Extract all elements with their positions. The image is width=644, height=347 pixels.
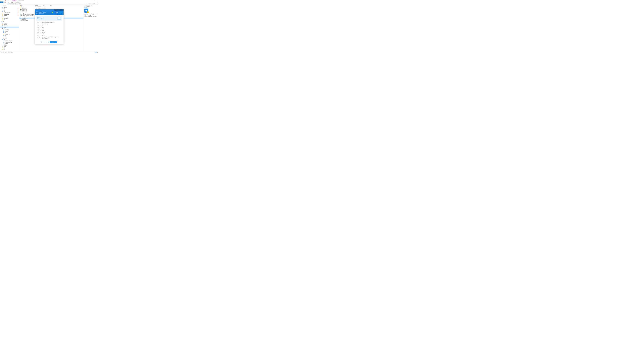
col-date[interactable]: 修改日期 [34, 5, 42, 6]
tree-item[interactable]: 🎞视频 [0, 32, 19, 33]
ribbon-tabs: 文件 主页 共享 查看 应用程序工具 ⌄ ? [0, 1, 98, 3]
crumb[interactable]: 此电脑 [9, 3, 12, 4]
tree-item[interactable]: 🖼图片📌 [0, 11, 19, 12]
tree-item[interactable]: 📁文件 [0, 49, 19, 50]
tree-item[interactable]: ⚙控制面板 [0, 44, 19, 46]
tree-item[interactable]: 📁win7重装win7 [0, 17, 19, 19]
file-name: AUTORUN.INF [22, 11, 27, 12]
tree-item[interactable]: ☁OneDrive [0, 22, 19, 24]
tree-icon: 📁 [2, 47, 3, 48]
folder-icon[interactable]: ▣ [0, 0, 1, 1]
search-input[interactable]: 搜索"Win7x64_2020" 🔍 [87, 3, 98, 5]
tree-item[interactable]: 📁Bandicam📌 [0, 15, 19, 16]
installer-minimize-icon[interactable]: — [60, 9, 62, 11]
search-icon[interactable]: 🔍 [97, 3, 98, 4]
maximize-button[interactable]: ❐ [92, 0, 96, 1]
close-button[interactable]: ✕ [96, 0, 98, 1]
tree-item[interactable]: ⬇下载📌 [0, 8, 19, 9]
minimize-button[interactable]: ― [90, 0, 92, 1]
tree-icon: 🖼 [2, 11, 3, 12]
crumb[interactable]: Win7x64_2020 [16, 3, 21, 4]
view-details-icon[interactable]: ☰ [95, 52, 96, 53]
preview-type: 应用程序 [84, 7, 98, 8]
status-count: 12 个项目 [1, 52, 4, 53]
tree-item[interactable]: 🗑回收站 [0, 46, 19, 47]
installer-menu-icon[interactable]: ≡ [58, 9, 60, 11]
info-key: 系统语言 [38, 24, 42, 25]
info-val: 不支持 [42, 35, 44, 36]
tree-item[interactable]: 🖼保存的图片 [0, 29, 19, 31]
dropdown-icon[interactable]: ▾ [8, 0, 9, 1]
tree-icon: ⬇ [2, 8, 3, 9]
tree-item[interactable]: ★快速访问 [0, 5, 19, 7]
installer-contact[interactable]: 联系客服 [54, 9, 58, 11]
tree-item[interactable]: 🖼本机照片 [0, 31, 19, 32]
col-type[interactable]: 类型 [42, 5, 50, 6]
col-name[interactable]: 名称 [19, 5, 34, 6]
info-key: 分区形式 [38, 28, 42, 30]
nav-history-icon[interactable]: ▾ [4, 3, 5, 5]
nav-up-icon[interactable]: ↑ [6, 3, 7, 5]
tree-item[interactable]: 🌐网络 [0, 39, 19, 40]
nav-back-icon[interactable]: ← [0, 3, 2, 5]
file-row[interactable]: 📁Tools2020/12/25, 星期五 1...文件夹 [19, 6, 84, 7]
file-name: AUTORUN.ICO [22, 10, 27, 11]
installer-close-icon[interactable]: ✕ [62, 9, 64, 11]
tree-item[interactable]: 📄文档📌 [0, 9, 19, 11]
tree-item[interactable]: 📁WPS网盘 [0, 24, 19, 25]
file-row[interactable]: 📁U盘安装教程2020/12/25, 星期五 1...文件夹 [19, 7, 84, 9]
installer-banner: 准备安装: Windows 7 (x64) [36, 16, 62, 21]
ribbon-tab-home[interactable]: 主页 [3, 1, 7, 3]
tree-item[interactable]: 📁YUNQISHI2019📌 [0, 13, 19, 15]
tree-item[interactable]: 📚库 [0, 28, 19, 29]
tree-item[interactable]: 📁excel表格制作求和📌 [0, 12, 19, 13]
tree-item[interactable]: 🖼图片 [0, 35, 19, 36]
view-large-icon[interactable]: ▦ [97, 52, 98, 53]
tree-item[interactable]: 📁软件 [0, 47, 19, 49]
tree-label: 下载 [4, 8, 5, 9]
tree-item[interactable]: 📁天翼云盘下载 [0, 33, 19, 35]
nav-fwd-icon[interactable]: → [2, 3, 4, 5]
col-size[interactable]: 大小 [50, 5, 56, 6]
cancel-red-icon[interactable]: ✖ [5, 0, 6, 1]
installer-tab[interactable]: 🌐官方网址 [59, 11, 63, 15]
tree-item[interactable]: 🎵音乐 [0, 37, 19, 39]
installer-tab[interactable]: 🔋启动U盘 [51, 11, 55, 15]
tree-item[interactable]: 💾G:\ [0, 16, 19, 17]
ribbon-tab-view[interactable]: 查看 [10, 1, 14, 3]
ribbon-tab-file[interactable]: 文件 [0, 1, 3, 3]
title-bar: ▣ | ✔ ✖ ✎ ▾ | 管理 Win7x64_2020 ― ❐ ✕ [0, 0, 98, 1]
tree-item[interactable]: 👤Administrator [0, 25, 19, 26]
tree-item[interactable]: 🖥PC-20190530OBLA [0, 42, 19, 43]
tree-item[interactable]: 🖥此电脑 [0, 27, 19, 28]
ribbon-tab-apptools[interactable]: 应用程序工具 [14, 1, 20, 3]
installer-next-button[interactable]: 下一步 [50, 41, 57, 43]
tree-item[interactable]: 🖥ZMT2019 [0, 43, 19, 44]
tree-icon: 📁 [2, 19, 3, 20]
ribbon-tab-share[interactable]: 共享 [7, 1, 10, 3]
file-icon: 📁 [20, 8, 21, 9]
tree-label: PC-20190530OBLA [5, 42, 12, 43]
installer-tab[interactable]: ⌨一键装机 [55, 11, 59, 15]
tree-item[interactable]: 📄文档 [0, 36, 19, 37]
crumb[interactable]: 文档 (E:) [12, 3, 15, 4]
addr-dropdown-icon[interactable]: ⌄ [85, 3, 86, 4]
pin-icon: 📌 [18, 11, 18, 12]
tree-icon: 👤 [2, 25, 3, 26]
breadcrumb[interactable]: 🖥 › 此电脑› 文档 (E:)› Win7x64_2020 ⌄ ⟳ [8, 3, 87, 5]
check-icon[interactable]: ✔ [4, 0, 4, 1]
column-headers: 名称 修改日期 类型 大小 [19, 5, 84, 6]
installer-prev-button[interactable]: 上一步 [42, 41, 49, 43]
file-name: 硬盘安装教程.html [22, 20, 28, 21]
tree-item[interactable]: 🖥桌面 [0, 21, 19, 22]
wand-icon[interactable]: ✎ [6, 0, 8, 1]
tree-icon: 📚 [2, 28, 3, 29]
refresh-icon[interactable]: ⟳ [86, 3, 86, 4]
ribbon-expand-icon[interactable]: ⌄ [20, 1, 22, 3]
file-name: 光盘说明.TXT [22, 19, 26, 20]
tree-item[interactable]: 📁图片 [0, 19, 19, 20]
tree-item[interactable]: 🖥DESKTOP-LSSOEDP [0, 40, 19, 42]
help-icon[interactable]: ? [97, 1, 98, 3]
tree-item[interactable]: 🖥Desktop📌 [0, 7, 19, 8]
contextual-tab-manage[interactable]: 管理 [12, 0, 16, 1]
